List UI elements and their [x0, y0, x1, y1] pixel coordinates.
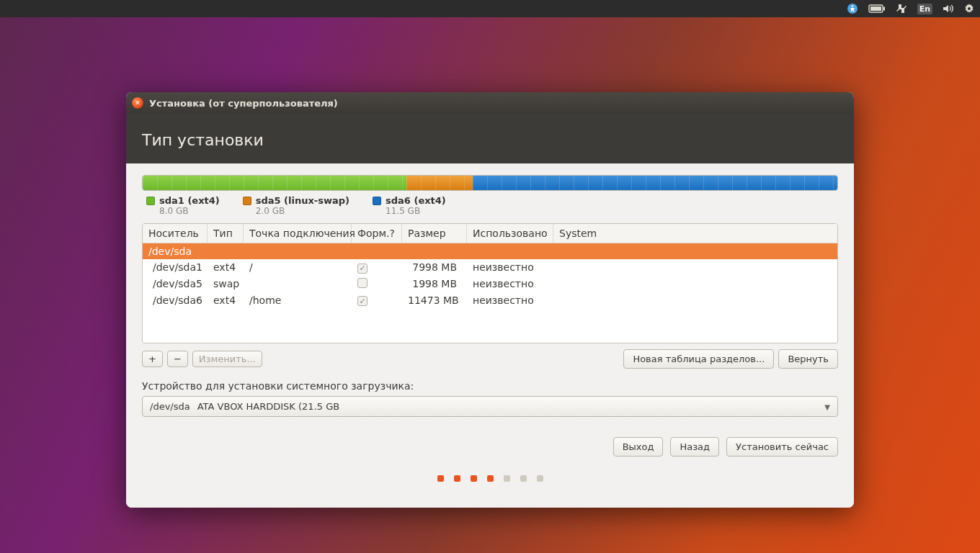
cell-type: ext4 [208, 259, 244, 275]
format-checkbox[interactable] [357, 278, 368, 288]
legend-size: 11.5 GB [386, 206, 446, 216]
window-titlebar[interactable]: ✕ Установка (от суперпользователя) [126, 92, 854, 114]
cell-used: неизвестно [467, 276, 553, 292]
legend-item: sda1 (ext4)8.0 GB [146, 195, 220, 216]
legend-label: sda6 (ext4) [386, 195, 446, 206]
cell-used: неизвестно [467, 292, 553, 308]
bootloader-device-select[interactable]: /dev/sda ATA VBOX HARDDISK (21.5 GB ▼ [142, 396, 838, 417]
revert-button[interactable]: Вернуть [778, 349, 838, 369]
progress-dot [520, 475, 527, 482]
partition-segment[interactable] [406, 176, 473, 190]
progress-dot [487, 475, 494, 482]
column-header[interactable]: Форм.? [352, 224, 402, 243]
svg-point-5 [968, 7, 971, 10]
column-header[interactable]: Носитель [143, 224, 208, 243]
progress-dot [504, 475, 510, 482]
progress-dots [142, 475, 838, 482]
legend-swatch [373, 197, 381, 205]
bootloader-label: Устройство для установки системного загр… [142, 380, 838, 392]
cell-size: 7998 MB [402, 259, 467, 275]
partition-table[interactable]: НосительТипТочка подключенияФорм.?Размер… [142, 223, 838, 343]
table-row[interactable]: /dev/sda6ext4/home11473 MBнеизвестно [143, 292, 837, 309]
add-partition-button[interactable]: + [142, 351, 163, 367]
volume-icon[interactable] [943, 4, 954, 14]
page-heading: Тип установки [126, 114, 854, 163]
legend-item: sda6 (ext4)11.5 GB [373, 195, 446, 216]
new-partition-table-button[interactable]: Новая таблица разделов... [623, 349, 774, 369]
table-header: НосительТипТочка подключенияФорм.?Размер… [143, 224, 837, 243]
column-header[interactable]: Использовано [467, 224, 553, 243]
drive-row[interactable]: /dev/sda [143, 243, 837, 259]
table-row[interactable]: /dev/sda5swap1998 MBнеизвестно [143, 276, 837, 292]
progress-dot [454, 475, 460, 482]
language-indicator[interactable]: En [917, 4, 932, 14]
menu-bar: En [0, 0, 980, 17]
cell-size: 11473 MB [402, 292, 467, 308]
close-icon[interactable]: ✕ [132, 97, 143, 109]
progress-dot [437, 475, 444, 482]
partition-usage-bar [142, 175, 838, 191]
cell-used: неизвестно [467, 259, 553, 275]
column-header[interactable]: Размер [402, 224, 467, 243]
cell-mount [244, 282, 352, 286]
column-header[interactable]: Тип [208, 224, 244, 243]
progress-dot [471, 475, 477, 482]
remove-partition-button[interactable]: − [167, 351, 188, 367]
wizard-actions: Выход Назад Установить сейчас [142, 437, 838, 457]
progress-dot [537, 475, 543, 482]
window-title: Установка (от суперпользователя) [149, 98, 338, 109]
partition-segment[interactable] [143, 176, 406, 190]
legend-size: 2.0 GB [256, 206, 349, 216]
format-checkbox[interactable] [357, 264, 368, 274]
svg-rect-4 [870, 6, 881, 11]
battery-icon[interactable] [868, 4, 886, 13]
cell-device: /dev/sda6 [143, 292, 208, 308]
network-icon[interactable] [896, 4, 907, 14]
legend-item: sda5 (linux-swap)2.0 GB [243, 195, 349, 216]
bootloader-device-value: /dev/sda [150, 401, 190, 412]
legend-size: 8.0 GB [159, 206, 220, 216]
column-header[interactable]: Точка подключения [244, 224, 352, 243]
cell-mount: / [244, 259, 352, 275]
cell-device: /dev/sda5 [143, 276, 208, 292]
legend-label: sda1 (ext4) [159, 195, 220, 206]
legend-swatch [243, 197, 251, 205]
column-header[interactable]: System [553, 224, 837, 243]
cell-mount: /home [244, 292, 352, 308]
table-row[interactable]: /dev/sda1ext4/7998 MBнеизвестно [143, 259, 837, 276]
cell-type: swap [208, 276, 244, 292]
svg-point-1 [851, 5, 852, 6]
bootloader-device-desc: ATA VBOX HARDDISK (21.5 GB [197, 401, 339, 412]
install-now-button[interactable]: Установить сейчас [726, 437, 838, 457]
quit-button[interactable]: Выход [613, 437, 664, 457]
cell-size: 1998 MB [402, 276, 467, 292]
partition-legend: sda1 (ext4)8.0 GBsda5 (linux-swap)2.0 GB… [142, 191, 838, 223]
partition-segment[interactable] [473, 176, 837, 190]
cell-type: ext4 [208, 292, 244, 308]
cell-format[interactable] [352, 292, 402, 309]
cell-format[interactable] [352, 259, 402, 276]
installer-window: ✕ Установка (от суперпользователя) Тип у… [126, 92, 854, 508]
cell-format[interactable] [352, 276, 402, 292]
chevron-down-icon: ▼ [824, 403, 830, 410]
back-button[interactable]: Назад [670, 437, 719, 457]
legend-swatch [146, 197, 155, 205]
settings-icon[interactable] [964, 4, 974, 14]
change-partition-button[interactable]: Изменить... [192, 351, 262, 367]
legend-label: sda5 (linux-swap) [256, 195, 349, 206]
partition-toolbar: + − Изменить... Новая таблица разделов..… [142, 349, 838, 369]
format-checkbox[interactable] [357, 296, 368, 306]
accessibility-icon[interactable] [847, 3, 858, 14]
svg-rect-3 [883, 7, 885, 11]
cell-device: /dev/sda1 [143, 259, 208, 275]
